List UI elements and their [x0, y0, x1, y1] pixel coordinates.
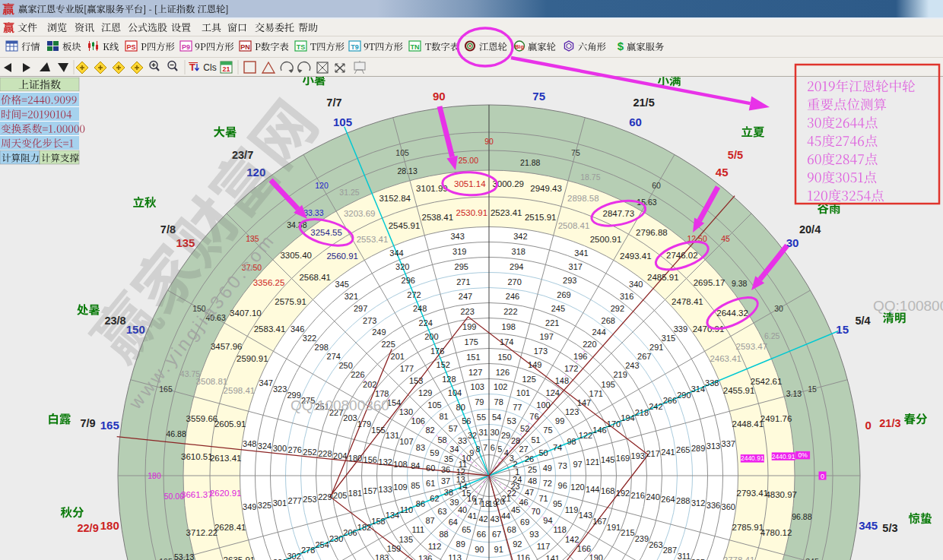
svg-text:180: 180 [148, 471, 161, 480]
svg-text:95: 95 [553, 499, 562, 508]
svg-text:3712.22: 3712.22 [186, 528, 218, 537]
svg-text:135: 135 [399, 535, 413, 544]
svg-text:153: 153 [409, 376, 423, 385]
svg-text:2448.41: 2448.41 [732, 419, 764, 429]
svg-text:43: 43 [490, 514, 499, 524]
svg-text:99: 99 [555, 416, 564, 426]
svg-text:2530.91: 2530.91 [456, 208, 488, 217]
svg-text:105: 105 [395, 148, 409, 157]
svg-text:53: 53 [507, 416, 516, 426]
svg-text:142: 142 [565, 535, 579, 544]
svg-text:242: 242 [649, 402, 662, 411]
svg-text:2644.32: 2644.32 [716, 308, 748, 318]
svg-text:56: 56 [462, 416, 471, 426]
svg-text:35: 35 [444, 454, 453, 464]
svg-text:21.88: 21.88 [520, 158, 540, 167]
svg-text:122: 122 [579, 431, 592, 440]
svg-text:0: 0 [865, 419, 872, 432]
svg-text:301: 301 [273, 498, 287, 508]
svg-text:4780.12: 4780.12 [760, 528, 792, 537]
svg-text:2553.41: 2553.41 [357, 235, 389, 244]
svg-text:PN: PN [240, 43, 250, 51]
svg-text:42: 42 [478, 514, 487, 524]
svg-text:294: 294 [510, 262, 523, 271]
svg-text:291: 291 [649, 343, 663, 352]
svg-text:QQ:100800360: QQ:100800360 [873, 298, 943, 314]
svg-text:30: 30 [490, 428, 499, 437]
svg-text:57: 57 [449, 424, 458, 433]
svg-text:116: 116 [516, 553, 530, 560]
svg-text:30: 30 [774, 304, 783, 313]
svg-text:129: 129 [418, 388, 432, 397]
svg-text:77: 77 [513, 403, 522, 412]
svg-text:168: 168 [601, 486, 614, 495]
svg-text:289: 289 [691, 444, 705, 453]
svg-text:3457.96: 3457.96 [211, 342, 243, 351]
svg-text:145: 145 [601, 455, 614, 464]
svg-text:241: 241 [661, 448, 675, 457]
svg-text:240: 240 [646, 492, 659, 501]
svg-text:2478.41: 2478.41 [672, 297, 703, 306]
svg-text:32: 32 [468, 431, 477, 440]
svg-text:50: 50 [538, 448, 548, 457]
svg-text:297: 297 [354, 304, 367, 313]
svg-text:60: 60 [426, 464, 435, 473]
svg-text:218: 218 [635, 408, 649, 417]
svg-text:360: 360 [722, 502, 735, 511]
svg-text:118: 118 [553, 525, 567, 534]
svg-text:134: 134 [386, 511, 399, 520]
svg-text:70: 70 [531, 507, 540, 516]
svg-text:7/9: 7/9 [81, 417, 96, 429]
svg-text:45: 45 [721, 234, 730, 243]
svg-text:226: 226 [351, 370, 364, 379]
svg-text:50.00: 50.00 [164, 492, 184, 501]
svg-text:2898.58: 2898.58 [567, 194, 599, 203]
svg-text:136: 136 [418, 554, 432, 560]
svg-text:2455.91: 2455.91 [723, 386, 755, 395]
svg-text:196: 196 [573, 352, 587, 361]
svg-text:34: 34 [449, 445, 459, 454]
svg-text:94: 94 [543, 516, 552, 525]
svg-text:314: 314 [691, 384, 705, 394]
svg-text:86: 86 [416, 499, 425, 508]
svg-text:156: 156 [364, 455, 377, 464]
svg-text:181: 181 [348, 489, 362, 498]
svg-text:P9: P9 [182, 43, 190, 51]
svg-text:253: 253 [303, 495, 316, 504]
svg-text:146: 146 [592, 426, 606, 435]
svg-text:Big: Big [515, 43, 525, 50]
svg-text:2440.91: 2440.91 [741, 454, 764, 462]
svg-text:2515.91: 2515.91 [525, 213, 557, 222]
svg-text:3203.69: 3203.69 [344, 209, 376, 218]
svg-text:7/7: 7/7 [326, 96, 341, 109]
svg-text:2785.91: 2785.91 [732, 523, 764, 532]
svg-text:130: 130 [399, 407, 413, 416]
svg-text:40: 40 [458, 505, 467, 514]
svg-text:203: 203 [343, 413, 357, 422]
svg-text:323: 323 [273, 384, 287, 394]
svg-text:124: 124 [546, 388, 560, 397]
svg-text:2613.41: 2613.41 [210, 454, 242, 463]
svg-text:271: 271 [456, 277, 470, 286]
svg-text:4: 4 [504, 448, 509, 457]
svg-text:61: 61 [426, 479, 435, 488]
svg-text:182: 182 [357, 523, 371, 532]
svg-text:158: 158 [371, 517, 385, 526]
svg-text:53.13: 53.13 [174, 552, 194, 560]
svg-text:21/3: 21/3 [879, 417, 900, 429]
svg-text:109: 109 [393, 482, 407, 492]
svg-text:274: 274 [327, 352, 341, 361]
svg-text:85: 85 [411, 481, 420, 490]
svg-text:167: 167 [592, 517, 606, 526]
svg-text:155: 155 [371, 426, 385, 435]
svg-text:45: 45 [511, 505, 520, 514]
svg-text:245: 245 [551, 304, 565, 313]
svg-text:198: 198 [502, 322, 516, 331]
svg-text:2635.91: 2635.91 [224, 555, 256, 560]
svg-text:249: 249 [372, 327, 386, 337]
svg-text:T: T [189, 62, 195, 73]
svg-text:246: 246 [506, 292, 519, 301]
svg-text:322: 322 [303, 334, 316, 343]
svg-text:98: 98 [567, 437, 576, 446]
svg-text:228: 228 [318, 449, 332, 458]
